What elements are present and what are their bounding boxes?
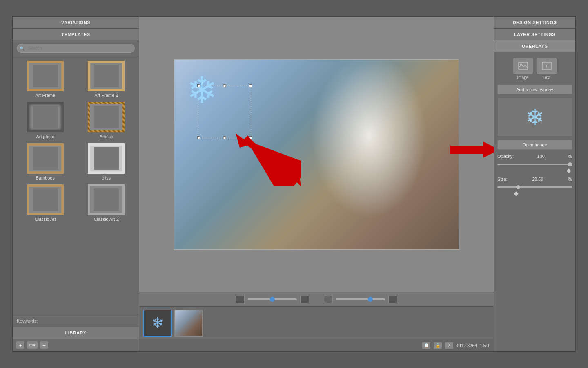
template-thumb-artistic bbox=[88, 102, 125, 132]
inner-square-bam bbox=[33, 147, 58, 170]
size-row: Size: 23.58 % bbox=[497, 176, 572, 182]
template-classic-art-2[interactable]: Classic Art 2 bbox=[78, 184, 135, 222]
template-label-art-photo: Art photo bbox=[36, 134, 54, 139]
overlay-text-label: Text bbox=[543, 75, 550, 80]
layer-settings-header[interactable]: LAYER SETTINGS bbox=[494, 29, 575, 40]
template-label-classic-art: Classic Art bbox=[35, 217, 56, 222]
ratio-text: 1.5:1 bbox=[480, 343, 490, 348]
size-slider[interactable] bbox=[497, 186, 572, 188]
template-thumb-art-frame-2 bbox=[88, 61, 125, 91]
inner-square-art bbox=[94, 106, 119, 128]
svg-rect-5 bbox=[519, 62, 528, 70]
template-thumb-classic-art-2 bbox=[88, 184, 125, 215]
size-unit: % bbox=[568, 177, 572, 182]
overlay-text-box: T bbox=[537, 57, 557, 74]
size-thumb bbox=[516, 185, 520, 189]
template-thumb-bamboos bbox=[27, 143, 64, 174]
search-input[interactable] bbox=[17, 44, 135, 53]
overlay-text-btn[interactable]: T Text bbox=[537, 57, 557, 80]
gear-icon: ⚙▾ bbox=[29, 343, 36, 348]
opacity-slider-row bbox=[497, 163, 572, 166]
template-thumb-classic-art bbox=[27, 184, 64, 215]
zoom-thumb-left bbox=[270, 297, 275, 302]
size-diamond bbox=[514, 191, 518, 196]
text-icon: T bbox=[542, 62, 552, 70]
gear-button[interactable]: ⚙▾ bbox=[27, 341, 38, 349]
film-photo-bg bbox=[175, 310, 202, 336]
templates-grid: Art Frame Art Frame 2 Art photo bbox=[13, 56, 139, 315]
size-slider-row bbox=[497, 186, 572, 189]
right-panel: DESIGN SETTINGS LAYER SETTINGS OVERLAYS … bbox=[494, 17, 575, 351]
inner-square-bl bbox=[94, 147, 119, 170]
status-bar: 📋 🔒 ↗ 4912·3264 1.5:1 bbox=[139, 339, 494, 351]
inner-square-ca bbox=[33, 188, 58, 211]
canvas-area: ❄ bbox=[139, 17, 494, 292]
transform-icon[interactable]: ↗ bbox=[445, 342, 454, 349]
view-box-right[interactable] bbox=[388, 296, 397, 303]
template-label-art-frame: Art Frame bbox=[35, 93, 55, 98]
size-label: Size: bbox=[497, 177, 507, 182]
size-diamond-row bbox=[497, 192, 572, 195]
library-header[interactable]: LIBRARY bbox=[13, 327, 139, 339]
template-art-frame-2[interactable]: Art Frame 2 bbox=[78, 61, 135, 98]
template-thumb-art-photo bbox=[27, 102, 64, 132]
library-toolbar: + ⚙▾ − bbox=[13, 339, 139, 351]
canvas-controls bbox=[139, 292, 494, 306]
overlay-preview: ❄ bbox=[497, 98, 572, 137]
template-thumb-bliss bbox=[88, 143, 125, 174]
zoom-box-right[interactable] bbox=[300, 296, 309, 303]
opacity-thumb bbox=[568, 162, 572, 166]
center-area: ❄ bbox=[139, 17, 494, 351]
remove-button[interactable]: − bbox=[40, 341, 49, 349]
filmstrip-item-1[interactable]: ❄ bbox=[143, 310, 172, 337]
template-thumb-art-frame bbox=[27, 61, 64, 91]
template-bliss[interactable]: bliss bbox=[78, 143, 135, 180]
add-overlay-button[interactable]: Add a new overlay bbox=[497, 85, 572, 94]
overlay-image-btn[interactable]: Image bbox=[513, 57, 533, 80]
template-artistic[interactable]: Artistic bbox=[78, 102, 135, 139]
snowman-highlight bbox=[260, 60, 459, 249]
filmstrip-item-2[interactable] bbox=[174, 310, 203, 337]
template-label-art-frame-2: Art Frame 2 bbox=[94, 93, 118, 98]
search-bar bbox=[13, 40, 139, 56]
template-label-bamboos: Bamboos bbox=[36, 175, 55, 180]
overlay-preview-snowflake: ❄ bbox=[526, 104, 544, 130]
overlays-header[interactable]: OVERLAYS bbox=[494, 40, 575, 52]
dimensions-text: 4912·3264 bbox=[456, 343, 477, 348]
zoom-slider-left[interactable] bbox=[248, 298, 297, 300]
film-snowflake-icon: ❄ bbox=[151, 314, 164, 332]
template-bamboos[interactable]: Bamboos bbox=[17, 143, 74, 180]
template-art-frame[interactable]: Art Frame bbox=[17, 61, 74, 98]
snowflake-overlay-element[interactable]: ❄ bbox=[187, 72, 217, 109]
template-classic-art[interactable]: Classic Art bbox=[17, 184, 74, 222]
filmstrip: ❄ bbox=[139, 306, 494, 339]
inner-square-2 bbox=[94, 65, 119, 87]
zoom-box-left[interactable] bbox=[236, 296, 245, 303]
open-image-button[interactable]: Open Image bbox=[497, 140, 572, 150]
view-slider[interactable] bbox=[336, 298, 385, 300]
canvas-image[interactable]: ❄ bbox=[174, 59, 459, 250]
opacity-diamond bbox=[566, 168, 571, 173]
app-window: VARIATIONS TEMPLATES Art Frame bbox=[12, 16, 576, 352]
lock-icon[interactable]: 🔒 bbox=[433, 342, 442, 349]
size-value: 23.58 bbox=[532, 177, 543, 182]
template-art-photo[interactable]: Art photo bbox=[17, 102, 74, 139]
inner-square-ca2 bbox=[94, 188, 119, 211]
inner-square-ap bbox=[33, 106, 58, 128]
opacity-row: Opacity: 100 % bbox=[497, 153, 572, 159]
overlay-image-box bbox=[513, 57, 533, 74]
design-settings-header[interactable]: DESIGN SETTINGS bbox=[494, 17, 575, 29]
overlay-type-row: Image T Text bbox=[497, 56, 572, 81]
export-icon[interactable]: 📋 bbox=[422, 342, 431, 349]
view-box-left[interactable] bbox=[324, 296, 333, 303]
keywords-label: Keywords: bbox=[17, 319, 38, 323]
overlay-section: Image T Text Add a new overlay bbox=[494, 52, 575, 351]
left-panel: VARIATIONS TEMPLATES Art Frame bbox=[13, 17, 139, 351]
templates-header[interactable]: TEMPLATES bbox=[13, 29, 139, 40]
add-button[interactable]: + bbox=[16, 341, 25, 349]
variations-header[interactable]: VARIATIONS bbox=[13, 17, 139, 29]
opacity-unit: % bbox=[568, 154, 572, 159]
template-label-artistic: Artistic bbox=[100, 134, 113, 139]
search-wrap bbox=[17, 44, 135, 53]
opacity-slider[interactable] bbox=[497, 164, 572, 165]
